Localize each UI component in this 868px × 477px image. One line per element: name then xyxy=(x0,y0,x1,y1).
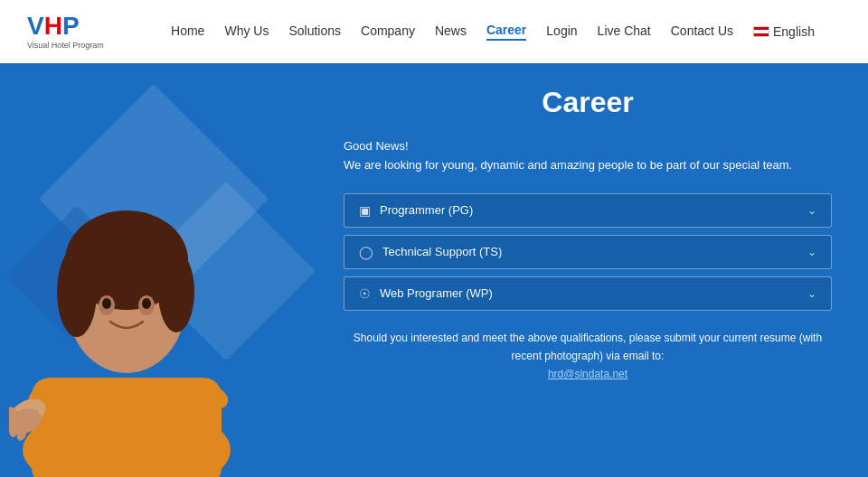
language-label: English xyxy=(773,24,815,39)
monitor-icon: ▣ xyxy=(359,203,371,218)
job-item-pg[interactable]: ▣ Programmer (PG) ⌄ xyxy=(344,193,832,228)
job-item-ts-left: ◯ Technical Support (TS) xyxy=(359,245,502,259)
job-label-wp: Web Programer (WP) xyxy=(380,286,493,300)
svg-point-12 xyxy=(102,298,111,309)
nav-career[interactable]: Career xyxy=(486,23,526,41)
job-item-wp[interactable]: ☉ Web Programer (WP) ⌄ xyxy=(344,276,832,311)
main-content: Career Good News! We are looking for you… xyxy=(0,63,868,477)
nav-contact-us[interactable]: Contact Us xyxy=(671,23,733,40)
person-icon: ◯ xyxy=(359,245,373,259)
job-item-wp-left: ☉ Web Programer (WP) xyxy=(359,286,493,301)
career-footer: Should you interested and meet the above… xyxy=(344,329,832,384)
nav-live-chat[interactable]: Live Chat xyxy=(598,23,651,40)
nav-solutions[interactable]: Solutions xyxy=(288,23,341,40)
intro-line2: We are looking for young, dynamic and am… xyxy=(344,156,832,175)
intro-line1: Good News! xyxy=(344,137,832,156)
page-title: Career xyxy=(344,86,832,119)
footer-email-link[interactable]: hrd@sindata.net xyxy=(548,368,627,380)
main-nav: Home Why Us Solutions Company News Caree… xyxy=(145,23,841,41)
logo-wrapper: VHP Visual Hotel Program xyxy=(27,14,104,50)
job-label-pg: Programmer (PG) xyxy=(380,203,473,217)
job-item-pg-left: ▣ Programmer (PG) xyxy=(359,203,473,218)
person-image xyxy=(9,116,244,477)
footer-text: Should you interested and meet the above… xyxy=(354,332,822,362)
nav-home[interactable]: Home xyxy=(171,23,204,40)
chevron-icon-wp: ⌄ xyxy=(807,287,816,300)
logo-subtitle: Visual Hotel Program xyxy=(27,41,104,50)
svg-point-9 xyxy=(158,251,194,332)
logo-area: VHP Visual Hotel Program xyxy=(27,14,145,50)
job-accordion: ▣ Programmer (PG) ⌄ ◯ Technical Support … xyxy=(344,193,832,311)
chevron-icon-pg: ⌄ xyxy=(807,204,816,217)
logo-v: V xyxy=(27,12,44,40)
flag-icon xyxy=(753,26,769,37)
svg-point-13 xyxy=(142,298,151,309)
chevron-icon-ts: ⌄ xyxy=(807,246,816,258)
language-selector[interactable]: English xyxy=(753,24,815,39)
nav-login[interactable]: Login xyxy=(546,23,577,40)
svg-point-8 xyxy=(57,247,97,337)
logo-text: VHP xyxy=(27,14,80,39)
logo-p: P xyxy=(62,12,80,40)
nav-why-us[interactable]: Why Us xyxy=(224,23,269,40)
header: VHP Visual Hotel Program Home Why Us Sol… xyxy=(0,0,868,63)
career-content: Career Good News! We are looking for you… xyxy=(307,63,868,407)
logo-h: H xyxy=(44,12,62,40)
career-intro: Good News! We are looking for young, dyn… xyxy=(344,137,832,175)
nav-news[interactable]: News xyxy=(435,23,467,40)
job-label-ts: Technical Support (TS) xyxy=(382,245,502,258)
job-item-ts[interactable]: ◯ Technical Support (TS) ⌄ xyxy=(344,235,832,269)
globe-icon: ☉ xyxy=(359,286,371,301)
nav-company[interactable]: Company xyxy=(361,23,415,40)
